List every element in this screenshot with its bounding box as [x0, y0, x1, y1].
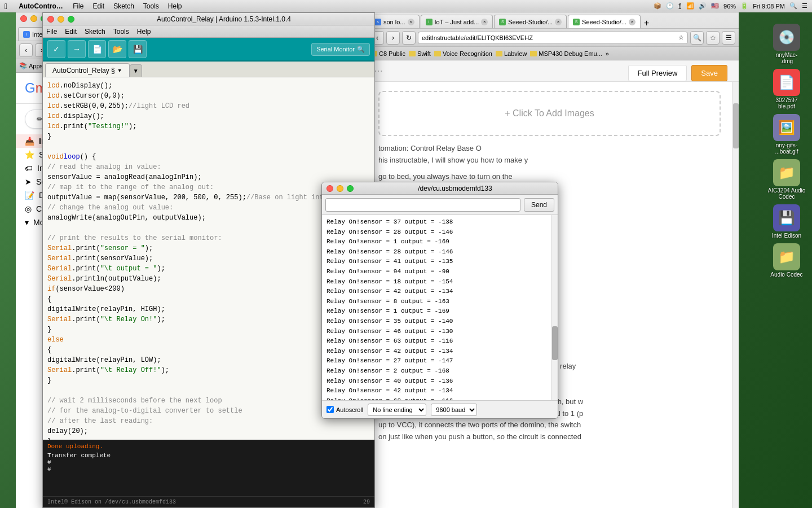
arduino-code-tab[interactable]: AutoControl_Relay § ▼	[45, 63, 130, 77]
search-icon[interactable]: 🔍	[789, 2, 797, 10]
inst-scrollbar[interactable]	[732, 82, 739, 508]
bookmarks-more[interactable]: »	[606, 50, 609, 57]
close-button[interactable]	[47, 16, 54, 23]
save-button[interactable]: Save	[691, 65, 727, 81]
tab-close[interactable]: ×	[408, 19, 414, 25]
arduino-status-bar: Intel® Edison on /dev/cu.usbmodemfd133 2…	[43, 496, 374, 507]
desktop-icon-edison[interactable]: 💾 Intel Edison	[764, 204, 809, 239]
bookmark-swift[interactable]: Swift	[409, 50, 431, 57]
tab-seeed-1[interactable]: S Seeed-Studio/... ×	[494, 15, 567, 28]
menu-sketch[interactable]: Sketch	[85, 28, 105, 36]
autoscroll-checkbox[interactable]	[326, 406, 334, 413]
forward-button[interactable]: ›	[386, 31, 400, 45]
output-line: Relay On!sensor = 8 output = -163	[326, 297, 546, 307]
console-line-3: #	[47, 459, 370, 466]
desktop-icon-mymac[interactable]: 💿 nnyMac-.dmg	[764, 24, 809, 64]
baud-rate-select[interactable]: 300 baud 1200 baud 9600 baud	[431, 404, 477, 416]
search-button[interactable]: 🔍	[690, 31, 704, 45]
bookmark-voice[interactable]: Voice Recognition	[434, 50, 492, 57]
output-line: Relay On!sensor = 41 output = -135	[326, 257, 546, 267]
bluetooth-icon[interactable]: ₿	[678, 3, 682, 10]
tab-son-lo[interactable]: s son lo... ×	[369, 15, 420, 28]
upload-button[interactable]: →	[68, 40, 86, 58]
tab-iot[interactable]: i IoT – Just add... ×	[421, 15, 493, 28]
serial-output[interactable]: Relay On!sensor = 37 output = -138 Relay…	[322, 215, 551, 400]
maximize-button[interactable]	[347, 185, 354, 192]
line-ending-select[interactable]: No line ending Newline Carriage return B…	[368, 404, 426, 416]
bookmark-msp430[interactable]: MSP430 Debug Emu...	[530, 50, 602, 57]
new-tab-btn[interactable]: +	[644, 18, 649, 28]
circles-icon: ◎	[25, 204, 32, 213]
full-preview-button[interactable]: Full Preview	[628, 65, 687, 81]
desktop-icon-pdf[interactable]: 📄 3027597ble.pdf	[764, 69, 809, 110]
inst-right-buttons: Full Preview Save	[628, 65, 727, 81]
inst-scroll-thumb[interactable]	[733, 103, 739, 148]
tab-close[interactable]: ×	[555, 19, 562, 25]
add-images-area[interactable]: + Click To Add Images	[378, 91, 721, 136]
code-text: lcd	[47, 81, 60, 91]
new-tab-button[interactable]: ▼	[130, 64, 142, 77]
bookmark-label: Voice Recognition	[443, 50, 492, 57]
output-line: Relay On!sensor = 63 output = -116	[326, 336, 546, 347]
inst-url-bar[interactable]: editInstructable/edit/ELITQKBI63EVEHZ ☆	[418, 32, 688, 44]
tab-close[interactable]: ×	[481, 19, 488, 25]
serial-input-field[interactable]	[325, 198, 520, 212]
desktop-icon-label: Intel Edison	[772, 233, 801, 239]
desktop-icon-gif[interactable]: 🖼️ nny-gifs-...boat.gif	[764, 114, 809, 155]
autoscroll-control[interactable]: Autoscroll	[326, 406, 363, 413]
app-name[interactable]: AutoControl_Relay | Arduino 1.5.3-Intel.…	[19, 2, 64, 10]
refresh-button[interactable]: ↻	[402, 31, 416, 45]
menu-file[interactable]: File	[46, 28, 57, 36]
minimize-button[interactable]	[58, 16, 64, 23]
status-text: Intel® Edison on /dev/cu.usbmodemfd133	[47, 499, 176, 505]
new-button[interactable]: 📄	[88, 40, 106, 58]
menu-help[interactable]: Help	[168, 2, 182, 10]
output-line: Relay On!sensor = 37 output = -138	[326, 217, 546, 227]
dropbox-icon[interactable]: 📦	[654, 2, 661, 10]
wifi-icon[interactable]: 📶	[686, 2, 694, 10]
menu-tools[interactable]: Tools	[143, 2, 159, 10]
open-button[interactable]: 📂	[108, 40, 126, 58]
desktop-icon-audio-codec[interactable]: 📁 Audio Codec	[764, 243, 809, 278]
send-button[interactable]: Send	[524, 198, 554, 212]
console-line-1: Done uploading.	[47, 443, 370, 450]
tab-label: Seeed-Studio/...	[582, 19, 626, 25]
serial-input-row: Send	[322, 195, 558, 215]
output-line: Relay On!sensor = 46 output = -130	[326, 327, 546, 337]
menubar-right: 📦 🕐 ₿ 📶 🔊 🇺🇸 96% 🔋 Fri 9:08 PM 🔍 ☰	[654, 2, 807, 10]
star-button[interactable]: ☆	[706, 31, 720, 45]
bookmark-apps[interactable]: 📚 Apps	[19, 62, 43, 69]
minimize-button[interactable]	[337, 185, 343, 192]
bookmark-c8[interactable]: C8 Public	[370, 50, 405, 57]
menu-button[interactable]: ☰	[722, 31, 735, 45]
back-button[interactable]: ‹	[19, 43, 33, 57]
bookmark-labview[interactable]: Labview	[496, 50, 527, 57]
tab-seeed-2[interactable]: S Seeed-Studio/... ×	[568, 15, 641, 28]
close-button[interactable]	[20, 15, 27, 22]
bookmark-label: MSP430 Debug Emu...	[539, 50, 602, 57]
scroll-thumb[interactable]	[552, 326, 558, 360]
desktop-icon-codec[interactable]: 📁 AIC3204 AudioCodec	[764, 159, 809, 200]
verify-button[interactable]: ✓	[47, 40, 65, 58]
close-button[interactable]	[326, 185, 333, 192]
tab-dropdown-icon: ▼	[117, 68, 122, 73]
menu-tools[interactable]: Tools	[113, 28, 129, 36]
serial-monitor-titlebar[interactable]: /dev/cu.usbmodemfd133	[322, 182, 558, 195]
serial-monitor-button[interactable]: Serial Monitor 🔍	[311, 43, 370, 56]
serial-scrollbar[interactable]	[551, 215, 558, 400]
output-line: Relay On!sensor = 35 output = -140	[326, 317, 546, 327]
menu-help[interactable]: Help	[137, 28, 151, 36]
tab-favicon: s	[374, 19, 381, 25]
apple-menu[interactable]: 	[5, 2, 7, 11]
menu-file[interactable]: File	[73, 2, 83, 10]
menu-edit[interactable]: Edit	[65, 28, 77, 36]
maximize-button[interactable]	[68, 16, 74, 23]
list-icon[interactable]: ☰	[802, 2, 807, 10]
tab-close[interactable]: ×	[629, 19, 636, 25]
menu-sketch[interactable]: Sketch	[113, 2, 134, 10]
save-button[interactable]: 💾	[129, 40, 147, 58]
minimize-button[interactable]	[30, 15, 37, 22]
volume-icon[interactable]: 🔊	[699, 2, 707, 10]
inbox-icon: 📥	[25, 137, 34, 146]
menu-edit[interactable]: Edit	[92, 2, 104, 10]
